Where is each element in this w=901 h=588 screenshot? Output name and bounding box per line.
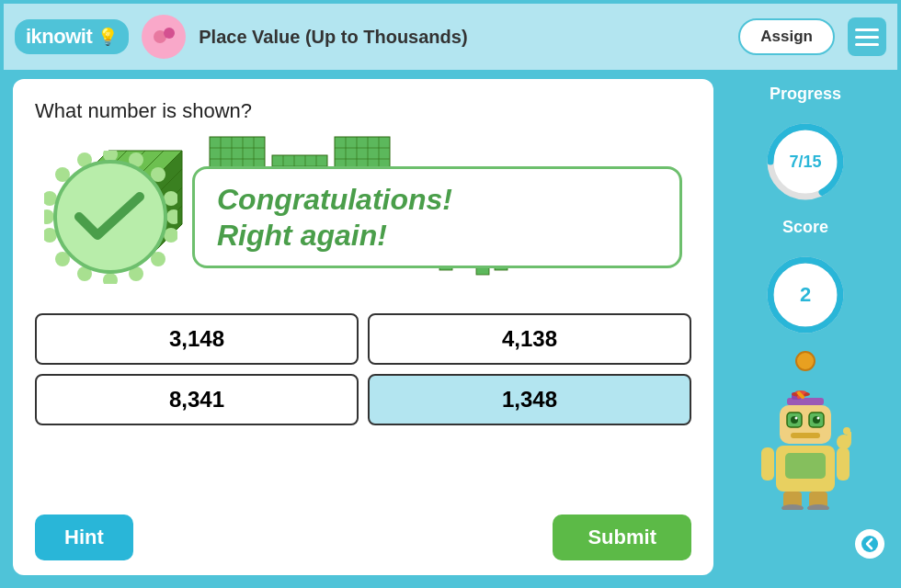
main-content: What number is shown? xyxy=(13,79,713,575)
coin-icon xyxy=(795,351,815,371)
answer-grid: 3,148 4,138 8,341 1,348 xyxy=(35,313,691,425)
congrats-line2: Right again! xyxy=(217,218,657,253)
back-button[interactable] xyxy=(855,529,884,559)
scallop-svg xyxy=(44,151,177,284)
congrats-line1: Congratulations! xyxy=(217,182,657,217)
svg-point-114 xyxy=(795,417,798,420)
svg-rect-122 xyxy=(837,447,850,481)
svg-point-125 xyxy=(843,427,850,435)
lesson-title: Place Value (Up to Thousands) xyxy=(199,27,725,48)
lesson-icon xyxy=(142,15,186,59)
score-value: 2 xyxy=(800,283,811,307)
menu-button[interactable] xyxy=(848,17,886,56)
svg-point-96 xyxy=(44,209,54,224)
score-circle: 2 xyxy=(764,254,847,336)
svg-rect-118 xyxy=(791,433,820,438)
app-container: iknowit 💡 Place Value (Up to Thousands) … xyxy=(0,0,901,588)
svg-point-1 xyxy=(164,28,175,39)
svg-point-92 xyxy=(103,273,118,284)
svg-point-100 xyxy=(55,162,165,272)
logo-text: iknowit xyxy=(26,25,92,49)
answer-choice-0[interactable]: 3,148 xyxy=(35,313,359,365)
score-label: Score xyxy=(782,218,828,237)
congrats-text-box: Congratulations! Right again! xyxy=(192,166,682,268)
svg-point-88 xyxy=(166,209,177,224)
bottom-bar: Hint Submit xyxy=(35,514,691,560)
header: iknowit 💡 Place Value (Up to Thousands) … xyxy=(4,4,897,70)
progress-value: 7/15 xyxy=(789,153,821,172)
progress-circle: 7/15 xyxy=(764,120,847,203)
check-badge xyxy=(44,151,177,284)
answer-choice-2[interactable]: 8,341 xyxy=(35,374,359,425)
answer-choice-3[interactable]: 1,348 xyxy=(368,374,691,425)
robot-character xyxy=(755,386,856,514)
svg-rect-121 xyxy=(761,447,774,481)
question-text: What number is shown? xyxy=(35,99,691,123)
body: What number is shown? xyxy=(4,70,897,584)
svg-rect-120 xyxy=(785,453,826,479)
bulb-icon: 💡 xyxy=(97,27,118,47)
assign-button[interactable]: Assign xyxy=(738,18,835,55)
svg-point-117 xyxy=(817,417,820,420)
menu-bar-3 xyxy=(855,43,879,46)
hint-button[interactable]: Hint xyxy=(35,514,133,560)
submit-button[interactable]: Submit xyxy=(553,514,691,560)
logo: iknowit 💡 xyxy=(15,19,129,54)
congrats-overlay: Congratulations! Right again! xyxy=(44,141,682,293)
robot-svg xyxy=(759,390,851,510)
sidebar: Progress 7/15 Score 2 xyxy=(713,70,897,584)
menu-bar-2 xyxy=(855,36,879,39)
menu-bar-1 xyxy=(855,28,879,31)
back-icon-svg xyxy=(861,535,879,553)
progress-label: Progress xyxy=(770,85,841,104)
answer-choice-1[interactable]: 4,138 xyxy=(368,313,691,365)
blocks-area: Congratulations! Right again! xyxy=(35,132,691,302)
svg-point-130 xyxy=(861,536,878,552)
